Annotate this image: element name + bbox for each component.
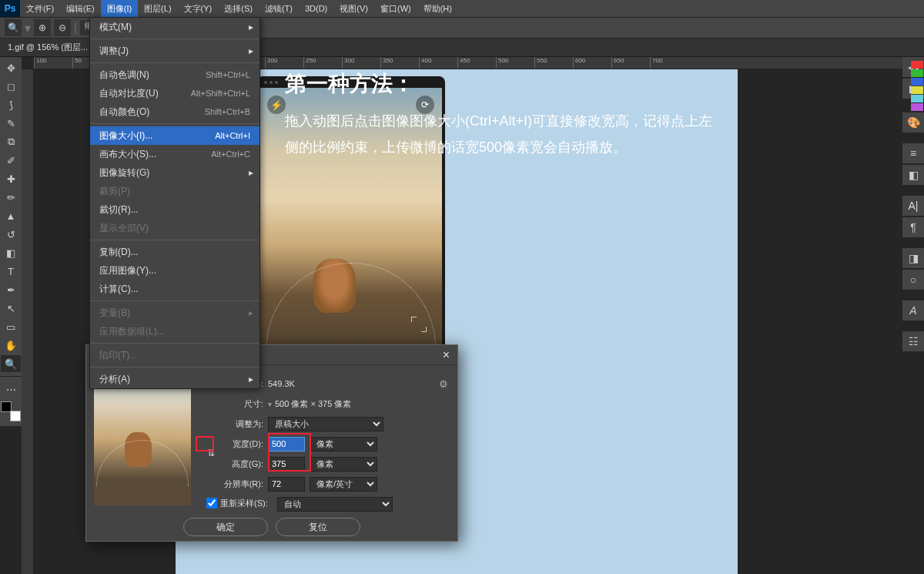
crop-tool-icon[interactable]: ⧉ — [1, 133, 21, 150]
menu-3d[interactable]: 3D(D) — [299, 0, 333, 17]
move-tool-icon[interactable]: ✥ — [1, 59, 21, 76]
close-icon[interactable]: × — [443, 348, 450, 362]
menu-adjust[interactable]: 调整(J)▸ — [90, 42, 259, 60]
menu-layer[interactable]: 图层(L) — [138, 0, 177, 17]
width-unit-select[interactable]: 像素 — [310, 437, 377, 451]
dimensions-value: 500 像素 × 375 像素 — [275, 398, 351, 410]
tutorial-heading: 第一种方法： — [285, 69, 414, 99]
height-unit-select[interactable]: 像素 — [310, 457, 377, 472]
menu-filter[interactable]: 滤镜(T) — [259, 0, 299, 17]
actions-panel-icon[interactable]: ☷ — [902, 331, 924, 351]
marquee-tool-icon[interactable]: ◻ — [1, 78, 21, 95]
tutorial-body: 拖入动图后点击图像图像大小(Ctrl+Alt+I)可直接修改宽高，记得点上左侧的… — [285, 108, 716, 160]
menu-trim[interactable]: 裁切(R)... — [90, 200, 259, 219]
menu-reveal: 显示全部(V) — [90, 219, 259, 237]
image-size-value: 549.3K — [268, 379, 295, 388]
constrain-link-icon[interactable]: ⇅ — [205, 442, 217, 464]
pen-tool-icon[interactable]: ✒ — [1, 281, 21, 298]
resolution-label: 分辨率(R): — [199, 478, 268, 490]
menu-mode[interactable]: 模式(M)▸ — [90, 18, 259, 36]
camera-dial-arc — [266, 263, 436, 347]
swatches-strip[interactable] — [910, 60, 924, 112]
glyphs-panel-icon[interactable]: A — [902, 300, 924, 321]
edit-toolbar-icon[interactable]: ⋯ — [1, 381, 21, 398]
character-panel-icon[interactable]: A| — [902, 196, 924, 216]
menu-auto-tone[interactable]: 自动色调(N)Shift+Ctrl+L — [90, 65, 259, 84]
stamp-tool-icon[interactable]: ▲ — [1, 207, 21, 224]
zoom-tool-icon[interactable]: 🔍 — [1, 355, 21, 372]
menu-image[interactable]: 图像(I) — [101, 0, 138, 17]
healing-tool-icon[interactable]: ✚ — [1, 170, 21, 187]
ruler-vertical — [22, 69, 34, 574]
image-dropdown: 模式(M)▸ 调整(J)▸ 自动色调(N)Shift+Ctrl+L 自动对比度(… — [89, 17, 260, 389]
menu-auto-color[interactable]: 自动颜色(O)Shift+Ctrl+B — [90, 102, 259, 121]
ps-logo: Ps — [0, 0, 20, 17]
brush-tool-icon[interactable]: ✏ — [1, 189, 21, 206]
ok-button[interactable]: 确定 — [183, 518, 268, 536]
fg-bg-colors[interactable] — [1, 401, 21, 421]
path-tool-icon[interactable]: ↖ — [1, 300, 21, 317]
history-brush-tool-icon[interactable]: ↺ — [1, 226, 21, 243]
menu-image-size[interactable]: 图像大小(I)...Alt+Ctrl+I — [90, 126, 259, 145]
width-input[interactable] — [268, 437, 305, 451]
flash-icon: ⚡ — [267, 96, 286, 114]
adjustments-panel-icon[interactable]: ≡ — [902, 143, 924, 163]
quick-select-tool-icon[interactable]: ✎ — [1, 115, 21, 132]
focus-bracket-icon — [411, 317, 427, 332]
styles-panel-icon[interactable]: ◧ — [902, 165, 924, 185]
menu-calculations[interactable]: 计算(C)... — [90, 280, 259, 298]
menu-auto-contrast[interactable]: 自动对比度(U)Alt+Shift+Ctrl+L — [90, 84, 259, 102]
zoom-in-icon[interactable]: ⊕ — [34, 19, 51, 36]
channels-panel-icon[interactable]: ○ — [902, 270, 924, 290]
menu-data-sets: 应用数据组(L)... — [90, 322, 259, 341]
layers-panel-icon[interactable]: ◨ — [902, 248, 924, 268]
menu-file[interactable]: 文件(F) — [20, 0, 60, 17]
menu-select[interactable]: 选择(S) — [218, 0, 259, 17]
paragraph-panel-icon[interactable]: ¶ — [902, 217, 924, 237]
eyedropper-tool-icon[interactable]: ✐ — [1, 152, 21, 169]
menu-analysis[interactable]: 分析(A)▸ — [90, 370, 259, 388]
menu-view[interactable]: 视图(V) — [333, 0, 374, 17]
resample-checkbox[interactable]: 重新采样(S): — [206, 498, 268, 509]
menu-help[interactable]: 帮助(H) — [417, 0, 458, 17]
eraser-tool-icon[interactable]: ◧ — [1, 244, 21, 261]
reset-button[interactable]: 复位 — [276, 518, 360, 536]
gear-icon[interactable]: ⚙ — [439, 378, 448, 390]
left-toolbar: ✥ ◻ ⟆ ✎ ⧉ ✐ ✚ ✏ ▲ ↺ ◧ T ✒ ↖ ▭ ✋ 🔍 ⋯ — [0, 57, 22, 426]
height-input[interactable] — [268, 457, 305, 472]
menu-duplicate[interactable]: 复制(D)... — [90, 243, 259, 261]
fit-to-label: 调整为: — [199, 418, 268, 430]
menu-crop: 裁剪(P) — [90, 182, 259, 200]
menu-type[interactable]: 文字(Y) — [178, 0, 219, 17]
lasso-tool-icon[interactable]: ⟆ — [1, 96, 21, 113]
menu-rotation[interactable]: 图像旋转(G)▸ — [90, 163, 259, 182]
dimensions-label: 尺寸: — [199, 398, 268, 410]
menu-edit[interactable]: 编辑(E) — [60, 0, 101, 17]
fit-to-select[interactable]: 原稿大小 — [268, 417, 383, 431]
menu-variables: 变量(B)▸ — [90, 304, 259, 322]
zoom-tool-icon[interactable]: 🔍 — [5, 19, 22, 36]
menu-window[interactable]: 窗口(W) — [374, 0, 417, 17]
resample-select[interactable]: 自动 — [277, 497, 393, 512]
menubar: Ps 文件(F) 编辑(E) 图像(I) 图层(L) 文字(Y) 选择(S) 滤… — [0, 0, 924, 17]
hand-tool-icon[interactable]: ✋ — [1, 337, 21, 354]
color-panel-icon[interactable]: 🎨 — [902, 112, 924, 133]
menu-apply-image[interactable]: 应用图像(Y)... — [90, 261, 259, 280]
menu-trap: 陷印(T)... — [90, 346, 259, 364]
resolution-unit-select[interactable]: 像素/英寸 — [310, 477, 377, 492]
type-tool-icon[interactable]: T — [1, 263, 21, 280]
shape-tool-icon[interactable]: ▭ — [1, 318, 21, 335]
menu-canvas-size[interactable]: 画布大小(S)...Alt+Ctrl+C — [90, 145, 259, 163]
zoom-out-icon[interactable]: ⊖ — [54, 19, 71, 36]
resolution-input[interactable] — [268, 477, 305, 492]
